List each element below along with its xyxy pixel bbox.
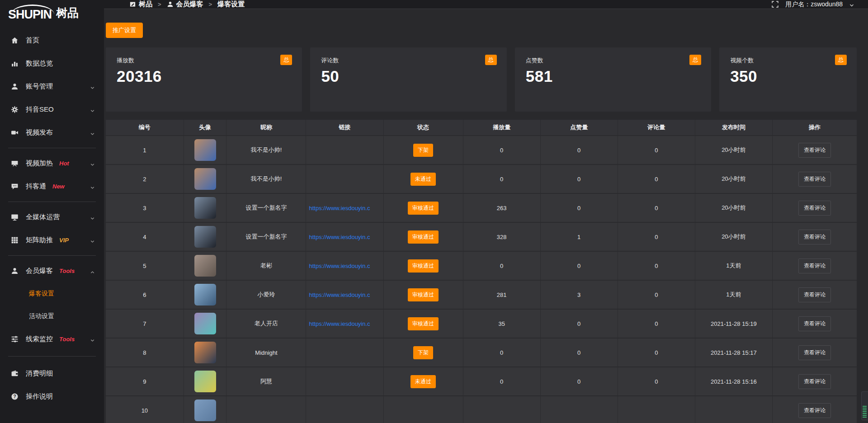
sidebar-subitem-爆客设置[interactable]: 爆客设置 (0, 282, 104, 305)
status-badge[interactable]: 下架 (413, 346, 433, 359)
sidebar-item-label: 消费明细 (26, 369, 53, 378)
sidebar-item-badge: Tools (59, 336, 75, 343)
sidebar-item-线索监控[interactable]: 线索监控Tools (0, 328, 104, 351)
app-logo[interactable]: SHUPIN 树品 (0, 0, 104, 25)
breadcrumb-item-home[interactable]: 树品 (129, 0, 152, 9)
cell-avatar (184, 338, 227, 367)
view-comments-button[interactable]: 查看评论 (798, 345, 831, 360)
chevron-down-icon (90, 84, 95, 89)
view-comments-button[interactable]: 查看评论 (798, 403, 831, 418)
sidebar-item-抖音SEO[interactable]: 抖音SEO (0, 98, 104, 121)
cell-link: https://www.iesdouyin.c (306, 310, 383, 338)
sidebar-item-全媒体运营[interactable]: 全媒体运营 (0, 206, 104, 229)
cell-id: 1 (106, 136, 184, 164)
fullscreen-icon[interactable] (771, 0, 779, 8)
table-row: 5老彬https://www.iesdouyin.c审核通过0001天前查看评论 (106, 252, 857, 281)
status-badge[interactable]: 审核通过 (408, 202, 439, 215)
cell-link: https://www.iesdouyin.c (306, 223, 383, 251)
page-icon (129, 1, 136, 8)
view-comments-button[interactable]: 查看评论 (798, 230, 831, 244)
status-badge[interactable]: 审核通过 (408, 230, 439, 244)
cell-comments: 0 (618, 223, 695, 251)
sidebar-item-操作说明[interactable]: ?操作说明 (0, 385, 104, 408)
col-header-link: 链接 (306, 120, 383, 135)
cell-id: 5 (106, 252, 184, 280)
status-badge[interactable]: 未通过 (410, 375, 436, 388)
cell-comments: 0 (618, 165, 695, 193)
stat-card-comments: 评论数 50 总 (310, 47, 506, 112)
sidebar-nav: 首页数据总览账号管理抖音SEO视频发布视频加热Hot抖客通New全媒体运营矩阵助… (0, 25, 104, 408)
sidebar-subitem-活动设置[interactable]: 活动设置 (0, 305, 104, 328)
cell-id: 9 (106, 367, 184, 395)
username[interactable]: 用户名：zswodun88 (785, 0, 843, 9)
cell-comments: 0 (618, 310, 695, 338)
cell-comments: 0 (618, 194, 695, 222)
sidebar-item-消费明细[interactable]: 消费明细 (0, 362, 104, 385)
breadcrumb-item-member[interactable]: 会员爆客 (167, 0, 203, 9)
cell-time (695, 396, 773, 423)
cell-nickname: 阿慧 (226, 367, 306, 395)
floating-widget[interactable] (861, 391, 868, 420)
profile-link[interactable]: https://www.iesdouyin.c (309, 234, 370, 240)
table-row: 8Midnight下架0002021-11-28 15:17查看评论 (106, 338, 857, 367)
profile-link[interactable]: https://www.iesdouyin.c (309, 320, 370, 327)
chevron-down-icon (90, 130, 95, 135)
view-comments-button[interactable]: 查看评论 (798, 143, 831, 158)
table-row: 7老人开店https://www.iesdouyin.c审核通过35002021… (106, 310, 857, 338)
col-header-avatar: 头像 (184, 120, 227, 135)
view-comments-button[interactable]: 查看评论 (798, 258, 831, 273)
cell-comments: 0 (618, 252, 695, 280)
status-badge[interactable]: 审核通过 (408, 317, 439, 330)
view-comments-button[interactable]: 查看评论 (798, 374, 831, 389)
cell-nickname: 老彬 (226, 252, 306, 280)
data-table: 编号 头像 昵称 链接 状态 播放量 点赞量 评论量 发布时间 操作 1我不是小… (106, 120, 857, 423)
sidebar-item-抖客通[interactable]: 抖客通New (0, 175, 104, 198)
status-badge[interactable]: 审核通过 (408, 259, 439, 273)
sidebar-item-视频发布[interactable]: 视频发布 (0, 121, 104, 144)
sidebar: SHUPIN 树品 首页数据总览账号管理抖音SEO视频发布视频加热Hot抖客通N… (0, 0, 104, 423)
cell-avatar (184, 367, 227, 395)
status-badge[interactable]: 未通过 (410, 173, 436, 186)
view-comments-button[interactable]: 查看评论 (798, 172, 831, 187)
user-icon (11, 83, 19, 90)
promo-settings-button[interactable]: 推广设置 (106, 23, 143, 38)
cell-likes: 0 (541, 136, 618, 164)
chevron-down-icon[interactable] (849, 2, 854, 7)
cell-plays: 328 (463, 223, 541, 251)
profile-link[interactable]: https://www.iesdouyin.c (309, 291, 370, 298)
cell-likes: 0 (541, 310, 618, 338)
sidebar-item-首页[interactable]: 首页 (0, 29, 104, 52)
table-body: 1我不是小帅!下架00020小时前查看评论2我不是小帅!未通过00020小时前查… (106, 136, 857, 423)
profile-link[interactable]: https://www.iesdouyin.c (309, 205, 370, 212)
cell-actions: 查看评论 (773, 281, 857, 309)
breadcrumb: 树品 > 会员爆客 > 爆客设置 (129, 0, 245, 9)
view-comments-button[interactable]: 查看评论 (798, 287, 831, 302)
cell-time: 20小时前 (695, 194, 773, 222)
sidebar-item-label: 全媒体运营 (26, 213, 60, 221)
sidebar-item-视频加热[interactable]: 视频加热Hot (0, 152, 104, 175)
cell-status: 审核通过 (384, 194, 463, 222)
profile-link[interactable]: https://www.iesdouyin.c (309, 263, 370, 269)
logo-wordmark: SHUPIN (8, 4, 52, 22)
avatar (194, 139, 216, 161)
cell-link: https://www.iesdouyin.c (306, 194, 383, 222)
sidebar-item-会员爆客[interactable]: 会员爆客Tools (0, 259, 104, 282)
sliders-icon (11, 335, 19, 343)
sidebar-item-账号管理[interactable]: 账号管理 (0, 75, 104, 98)
stat-label: 点赞数 (526, 56, 700, 65)
view-comments-button[interactable]: 查看评论 (798, 201, 831, 216)
view-comments-button[interactable]: 查看评论 (798, 316, 831, 331)
chevron-down-icon (90, 107, 95, 112)
status-badge[interactable]: 审核通过 (408, 288, 439, 301)
cell-avatar (184, 223, 227, 251)
sidebar-item-数据总览[interactable]: 数据总览 (0, 52, 104, 75)
logo-text-en: SHUPIN (8, 7, 52, 22)
cell-likes: 0 (541, 194, 618, 222)
breadcrumb-separator: > (209, 1, 212, 8)
cell-status: 审核通过 (384, 281, 463, 309)
col-header-actions: 操作 (773, 120, 857, 135)
svg-text:?: ? (13, 394, 16, 399)
sidebar-item-矩阵助推[interactable]: 矩阵助推VIP (0, 229, 104, 252)
total-badge: 总 (835, 55, 847, 65)
status-badge[interactable]: 下架 (413, 144, 433, 157)
